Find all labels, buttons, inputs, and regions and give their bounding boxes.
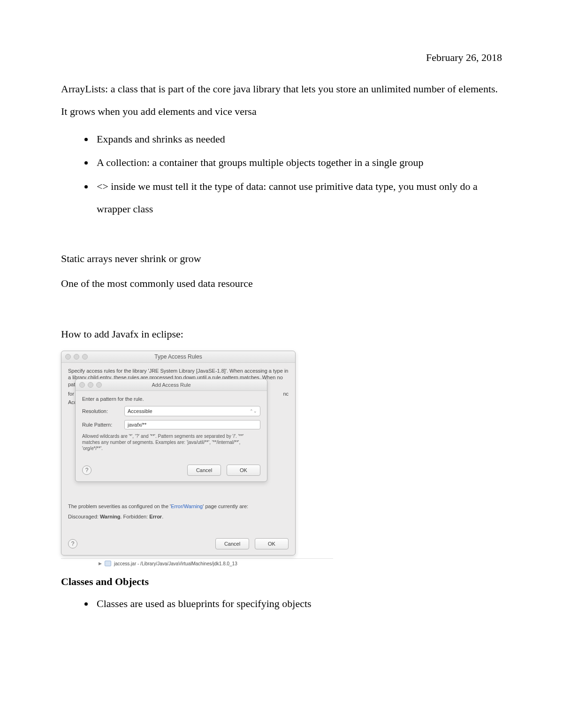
disclosure-triangle-icon[interactable]: ▶ <box>99 561 102 566</box>
window-traffic-lights[interactable] <box>79 382 102 388</box>
sev-error: Error <box>149 514 162 519</box>
arraylist-bullets: Expands and shrinks as needed A collecti… <box>61 128 502 221</box>
jar-tree-item[interactable]: ▶ jaccess.jar - /Library/Java/JavaVirtua… <box>61 558 333 567</box>
window-traffic-lights[interactable] <box>65 354 88 360</box>
close-icon[interactable] <box>65 354 71 360</box>
minimize-icon[interactable] <box>74 354 79 360</box>
sev-end: . <box>162 514 163 519</box>
classes-objects-heading: Classes and Objects <box>61 576 502 588</box>
zoom-icon[interactable] <box>82 354 88 360</box>
severities-values: Discouraged: Warning. Forbidden: Error. <box>68 514 289 519</box>
jar-icon <box>105 561 111 566</box>
common-use-line: One of the most commonly used data resou… <box>61 272 502 295</box>
close-icon[interactable] <box>79 382 85 388</box>
rule-pattern-input[interactable]: javafx/** <box>124 420 260 429</box>
cancel-button[interactable]: Cancel <box>187 465 221 476</box>
list-item: Expands and shrinks as needed <box>94 128 502 150</box>
list-item: A collection: a container that groups mu… <box>94 151 502 174</box>
minimize-icon[interactable] <box>88 382 93 388</box>
help-icon[interactable]: ? <box>68 539 77 548</box>
document-page: February 26, 2018 ArrayLists: a class th… <box>0 0 563 657</box>
eclipse-dialog-screenshot: Type Access Rules Specify access rules f… <box>61 351 502 568</box>
sev-forbidden-label: . Forbidden: <box>120 514 149 519</box>
truncated-text-right: nc <box>283 391 289 397</box>
truncated-text-left: for <box>68 391 74 397</box>
list-item: Classes are used as blueprints for speci… <box>94 593 502 615</box>
severities-pre: The problem severities as configured on … <box>68 503 171 509</box>
sev-discouraged-label: Discouraged: <box>68 514 100 519</box>
wildcard-help-text: Allowed wildcards are '*', '?' and '**'.… <box>82 433 260 451</box>
dialog-title: Add Access Rule <box>152 382 190 388</box>
severities-text: The problem severities as configured on … <box>68 503 289 509</box>
cancel-button[interactable]: Cancel <box>215 538 249 549</box>
zoom-icon[interactable] <box>96 382 102 388</box>
jar-path: jaccess.jar - /Library/Java/JavaVirtualM… <box>114 561 237 566</box>
dialog-title: Type Access Rules <box>154 353 202 360</box>
chevron-up-down-icon: ⌃⌄ <box>250 409 257 413</box>
list-item: <> inside we must tell it the type of da… <box>94 175 502 221</box>
classes-bullets: Classes are used as blueprints for speci… <box>61 593 502 615</box>
dialog-titlebar: Type Access Rules <box>61 351 295 363</box>
resolution-value: Accessible <box>128 408 152 414</box>
add-access-rule-dialog: Add Access Rule Enter a pattern for the … <box>75 379 267 482</box>
sev-warning: Warning <box>100 514 121 519</box>
ok-button[interactable]: OK <box>255 538 289 549</box>
howto-heading: How to add Javafx in eclipse: <box>61 323 502 345</box>
error-warning-link[interactable]: Error/Warning <box>171 503 203 509</box>
document-date: February 26, 2018 <box>61 52 502 64</box>
ok-button[interactable]: OK <box>227 465 260 476</box>
resolution-select[interactable]: Accessible ⌃⌄ <box>124 406 260 416</box>
severities-post: ' page currently are: <box>203 503 248 509</box>
rule-pattern-label: Rule Pattern: <box>82 422 120 428</box>
intro-paragraph: ArrayLists: a class that is part of the … <box>61 78 502 123</box>
dialog-titlebar: Add Access Rule <box>76 379 267 391</box>
help-icon[interactable]: ? <box>82 465 91 475</box>
enter-pattern-label: Enter a pattern for the rule. <box>82 396 260 403</box>
resolution-label: Resolution: <box>82 408 120 414</box>
static-arrays-line: Static arrays never shrink or grow <box>61 248 502 270</box>
rule-pattern-value: javafx/** <box>128 422 146 428</box>
